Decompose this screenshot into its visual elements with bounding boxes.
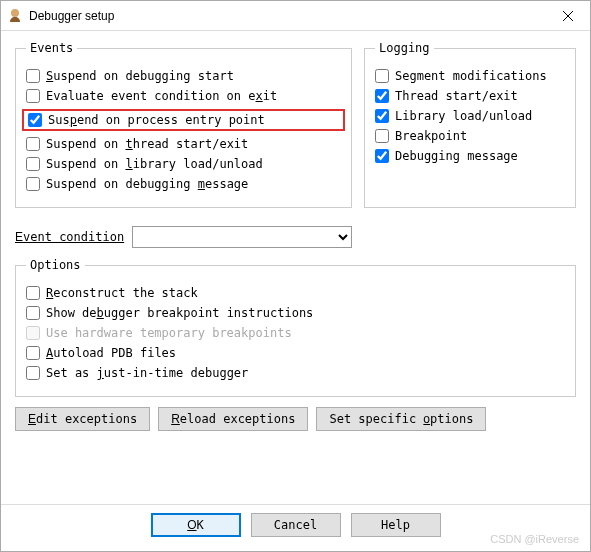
edit-exceptions-button[interactable]: Edit exceptions	[15, 407, 150, 431]
options-item: Use hardware temporary breakpoints	[26, 326, 565, 340]
logging-item: Debugging message	[375, 149, 565, 163]
logging-legend: Logging	[375, 41, 434, 55]
logging-group: Logging Segment modificationsThread star…	[364, 41, 576, 208]
logging-item: Thread start/exit	[375, 89, 565, 103]
logging-label: Debugging message	[395, 149, 518, 163]
options-item: Autoload PDB files	[26, 346, 565, 360]
dialog-window: Debugger setup Events Suspend on debuggi…	[0, 0, 591, 552]
events-checkbox[interactable]	[28, 113, 42, 127]
event-condition-select[interactable]	[132, 226, 352, 248]
options-label: Show debugger breakpoint instructions	[46, 306, 313, 320]
events-checkbox[interactable]	[26, 69, 40, 83]
events-item: Suspend on process entry point	[22, 109, 345, 131]
app-icon	[7, 8, 23, 24]
options-label: Use hardware temporary breakpoints	[46, 326, 292, 340]
event-condition-row: Event condition	[15, 226, 576, 248]
options-checkbox[interactable]	[26, 366, 40, 380]
options-checkbox[interactable]	[26, 286, 40, 300]
events-item: Evaluate event condition on exit	[26, 89, 341, 103]
options-checkbox	[26, 326, 40, 340]
options-label: Autoload PDB files	[46, 346, 176, 360]
logging-checkbox[interactable]	[375, 149, 389, 163]
events-label: Suspend on thread start/exit	[46, 137, 248, 151]
cancel-button[interactable]: Cancel	[251, 513, 341, 537]
logging-label: Thread start/exit	[395, 89, 518, 103]
logging-checkbox[interactable]	[375, 129, 389, 143]
events-item: Suspend on library load/unload	[26, 157, 341, 171]
event-condition-label: Event condition	[15, 230, 124, 244]
events-item: Suspend on debugging start	[26, 69, 341, 83]
options-group: Options Reconstruct the stackShow debugg…	[15, 258, 576, 397]
reload-exceptions-button[interactable]: Reload exceptions	[158, 407, 308, 431]
help-button[interactable]: Help	[351, 513, 441, 537]
set-specific-options-button[interactable]: Set specific options	[316, 407, 486, 431]
events-legend: Events	[26, 41, 77, 55]
logging-checkbox[interactable]	[375, 109, 389, 123]
logging-checkbox[interactable]	[375, 89, 389, 103]
logging-item: Library load/unload	[375, 109, 565, 123]
logging-label: Library load/unload	[395, 109, 532, 123]
options-checkbox[interactable]	[26, 346, 40, 360]
close-button[interactable]	[545, 1, 590, 30]
options-legend: Options	[26, 258, 85, 272]
close-icon	[563, 11, 573, 21]
logging-label: Segment modifications	[395, 69, 547, 83]
logging-item: Breakpoint	[375, 129, 565, 143]
events-checkbox[interactable]	[26, 177, 40, 191]
window-title: Debugger setup	[29, 9, 545, 23]
events-label: Suspend on library load/unload	[46, 157, 263, 171]
titlebar: Debugger setup	[1, 1, 590, 31]
logging-checkbox[interactable]	[375, 69, 389, 83]
events-label: Suspend on debugging message	[46, 177, 248, 191]
events-label: Evaluate event condition on exit	[46, 89, 277, 103]
options-item: Show debugger breakpoint instructions	[26, 306, 565, 320]
watermark: CSDN @iReverse	[490, 533, 579, 545]
options-checkbox[interactable]	[26, 306, 40, 320]
options-label: Reconstruct the stack	[46, 286, 198, 300]
events-item: Suspend on thread start/exit	[26, 137, 341, 151]
exception-buttons-row: Edit exceptions Reload exceptions Set sp…	[15, 407, 576, 431]
events-item: Suspend on debugging message	[26, 177, 341, 191]
events-label: Suspend on debugging start	[46, 69, 234, 83]
events-checkbox[interactable]	[26, 137, 40, 151]
events-label: Suspend on process entry point	[48, 113, 265, 127]
logging-label: Breakpoint	[395, 129, 467, 143]
options-item: Reconstruct the stack	[26, 286, 565, 300]
events-checkbox[interactable]	[26, 89, 40, 103]
options-item: Set as just-in-time debugger	[26, 366, 565, 380]
logging-item: Segment modifications	[375, 69, 565, 83]
options-label: Set as just-in-time debugger	[46, 366, 248, 380]
events-checkbox[interactable]	[26, 157, 40, 171]
dialog-body: Events Suspend on debugging startEvaluat…	[1, 31, 590, 504]
svg-point-0	[11, 9, 19, 17]
ok-button[interactable]: OK	[151, 513, 241, 537]
events-group: Events Suspend on debugging startEvaluat…	[15, 41, 352, 208]
